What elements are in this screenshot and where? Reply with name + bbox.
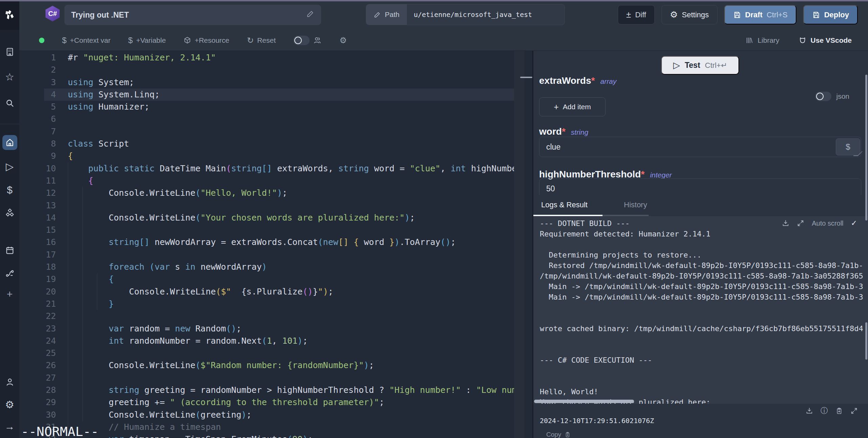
code-line[interactable]: 9{ <box>19 150 514 162</box>
draft-button[interactable]: Draft Ctrl+S <box>724 5 796 24</box>
code-line[interactable]: 30 Console.WriteLine(greeting); <box>19 409 514 421</box>
add-resource-button[interactable]: +Resource <box>183 36 229 44</box>
add-context-var-button[interactable]: $ +Context var <box>62 36 111 44</box>
code-line[interactable]: 2 <box>19 64 514 76</box>
tab-logs-result[interactable]: Logs & Result <box>541 195 588 215</box>
runs-play-icon[interactable]: ▷ <box>0 159 19 174</box>
editor-settings-gear-icon[interactable]: ⚙ <box>339 36 347 44</box>
code-line[interactable]: 21 } <box>19 298 514 310</box>
info-icon[interactable]: ⓘ <box>821 407 828 415</box>
code-line[interactable]: 22 <box>19 310 514 322</box>
edit-title-pencil-icon[interactable] <box>306 10 314 20</box>
code-line[interactable]: 29 greeting += " (according to the thres… <box>19 396 514 408</box>
field-label-extrawords: extraWords*array <box>539 75 616 86</box>
line-number: 9 <box>19 150 56 162</box>
code-line[interactable]: 5using Humanizer; <box>19 101 514 113</box>
settings-button[interactable]: ⚙ Settings <box>662 5 717 24</box>
multiplayer-toggle[interactable] <box>293 36 310 45</box>
code-line[interactable]: 16 string[] newWordArray = extraWords.Co… <box>19 236 514 248</box>
add-variable-button[interactable]: $ +Variable <box>128 36 166 44</box>
reset-arrow-icon: ↻ <box>247 36 254 44</box>
expand-logs-icon[interactable] <box>797 220 804 227</box>
favorites-star-icon[interactable]: ☆ <box>0 69 19 85</box>
line-number: 10 <box>19 163 56 175</box>
panel-split-handle[interactable] <box>520 77 532 78</box>
log-line <box>540 313 863 323</box>
code-line[interactable]: 25 <box>19 347 514 359</box>
word-input[interactable] <box>539 137 861 157</box>
copy-clipboard-icon[interactable] <box>835 407 843 415</box>
logs-panel[interactable]: --- DOTNET BUILD ---Requirement detected… <box>533 216 868 404</box>
code-line[interactable]: 26 Console.WriteLine($"Random number: {r… <box>19 359 514 372</box>
line-number: 8 <box>19 138 56 150</box>
diff-button[interactable]: ± Diff <box>618 5 655 24</box>
code-line[interactable]: 13 <box>19 199 514 212</box>
code-line[interactable]: 18 foreach (var s in newWordArray) <box>19 261 514 273</box>
add-plus-icon[interactable]: + <box>0 286 19 302</box>
form-scrollbar[interactable] <box>865 75 867 221</box>
windmill-logo[interactable] <box>0 0 19 30</box>
account-person-icon[interactable] <box>0 374 19 390</box>
json-toggle[interactable] <box>815 92 831 101</box>
code-line[interactable]: 17 <box>19 249 514 261</box>
code-line[interactable]: 12 Console.WriteLine("Hello, World!"); <box>19 187 514 199</box>
toolbar-right-group: Library Use VScode <box>745 36 852 44</box>
line-number: 15 <box>19 224 56 236</box>
code-line[interactable]: 4using System.Linq; <box>19 89 514 101</box>
code-line[interactable]: 23 var random = new Random(); <box>19 323 514 335</box>
path-field[interactable]: Path u/etienne/microsoft_java_test <box>366 4 565 25</box>
field-type: integer <box>650 171 672 179</box>
line-number: 25 <box>19 347 56 359</box>
flows-route-icon[interactable] <box>0 266 19 281</box>
auto-scroll-checkbox[interactable]: ✓ <box>851 219 857 228</box>
tab-history[interactable]: History <box>624 195 647 215</box>
code-line[interactable]: 28 string greeting = randomNumber > high… <box>19 384 514 396</box>
code-line[interactable]: 3using System; <box>19 76 514 89</box>
workspace-icon[interactable] <box>0 44 19 60</box>
code-line[interactable]: 6 <box>19 113 514 125</box>
vim-mode-indicator: --NORMAL-- <box>21 424 99 438</box>
search-icon[interactable] <box>0 95 19 111</box>
code-line[interactable]: 11 { <box>19 175 514 187</box>
use-vscode-button[interactable]: Use VScode <box>798 36 852 44</box>
log-line <box>540 302 863 313</box>
save-floppy-icon <box>733 11 741 19</box>
csharp-language-icon: C# <box>45 6 60 21</box>
library-button[interactable]: Library <box>745 36 779 44</box>
download-logs-icon[interactable] <box>782 220 789 227</box>
home-icon[interactable] <box>0 135 19 150</box>
script-title-field[interactable]: Trying out .NET <box>64 5 321 25</box>
reset-button[interactable]: ↻ Reset <box>247 36 276 44</box>
resources-cubes-icon[interactable] <box>0 205 19 221</box>
code-line[interactable]: 15 <box>19 224 514 236</box>
code-editor[interactable]: 1#r "nuget: Humanizer, 2.14.1"23using Sy… <box>19 51 532 438</box>
box-icon <box>183 36 191 44</box>
deploy-button[interactable]: Deploy <box>803 5 858 24</box>
expand-result-icon[interactable] <box>850 407 858 415</box>
code-line[interactable]: 19 { <box>19 273 514 285</box>
download-result-icon[interactable] <box>806 407 813 415</box>
code-line[interactable]: 8class Script <box>19 138 514 150</box>
log-line: Main -> /tmp/windmill/wk-default-89p2b-I… <box>540 292 863 302</box>
minimap[interactable] <box>514 51 525 438</box>
settings-gear-icon[interactable]: ⚙ <box>0 397 19 413</box>
code-line[interactable]: 24 int randomNumber = random.Next(1, 101… <box>19 335 514 347</box>
collapse-arrow-icon[interactable]: → <box>0 419 19 434</box>
log-line: Hello, World! <box>540 386 863 397</box>
code-line[interactable]: 27 <box>19 372 514 384</box>
code-line[interactable]: 10 public static DateTime Main(string[] … <box>19 163 514 175</box>
code-line[interactable]: 20 Console.WriteLine($" {s.Pluralize()}"… <box>19 286 514 298</box>
code-line[interactable]: 1#r "nuget: Humanizer, 2.14.1" <box>19 52 514 64</box>
add-item-button[interactable]: + Add item <box>539 97 606 116</box>
log-horizontal-scrollbar[interactable] <box>534 400 634 403</box>
code-line[interactable]: 14 Console.WriteLine("Your chosen words … <box>19 212 514 224</box>
line-number: 6 <box>19 113 56 125</box>
log-scrollbar[interactable] <box>865 322 867 360</box>
copy-result-button[interactable]: Copy <box>546 431 571 438</box>
path-value: u/etienne/microsoft_java_test <box>407 4 539 25</box>
line-number: 24 <box>19 335 56 347</box>
test-button[interactable]: ▷ Test Ctrl+↵ <box>661 56 739 75</box>
code-line[interactable]: 7 <box>19 126 514 138</box>
variables-dollar-icon[interactable]: $ <box>0 182 19 198</box>
schedules-calendar-icon[interactable] <box>0 243 19 258</box>
